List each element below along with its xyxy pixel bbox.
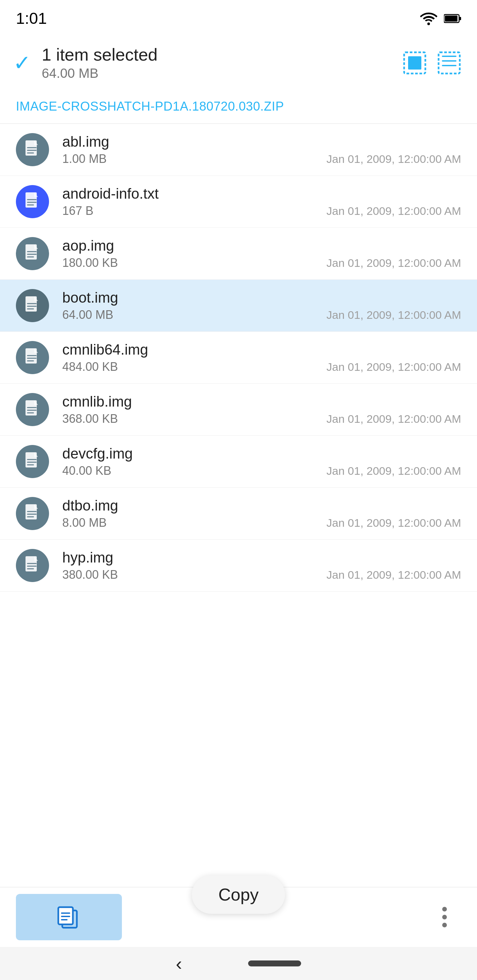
file-size: 180.00 KB [62, 256, 118, 270]
selection-bar: ✓ 1 item selected 64.00 MB [0, 33, 477, 93]
home-pill[interactable] [248, 961, 301, 966]
file-name: android-info.txt [62, 185, 461, 202]
file-date: Jan 01, 2009, 12:00:00 AM [327, 465, 461, 477]
doc-icon [24, 244, 41, 264]
svg-rect-5 [439, 52, 460, 73]
file-size: 8.00 MB [62, 516, 107, 530]
file-list-item[interactable]: dtbo.img 8.00 MB Jan 01, 2009, 12:00:00 … [0, 488, 477, 540]
back-button[interactable]: ‹ [176, 953, 182, 974]
breadcrumb-bar: IMAGE-CROSSHATCH-PD1A.180720.030.ZIP [0, 93, 477, 124]
file-meta: 368.00 KB Jan 01, 2009, 12:00:00 AM [62, 412, 461, 426]
file-list: abl.img 1.00 MB Jan 01, 2009, 12:00:00 A… [0, 124, 477, 592]
doc-icon [24, 140, 41, 159]
doc-icon [24, 555, 41, 576]
file-info: aop.img 180.00 KB Jan 01, 2009, 12:00:00… [62, 237, 461, 270]
file-info: android-info.txt 167 B Jan 01, 2009, 12:… [62, 185, 461, 218]
file-name: dtbo.img [62, 497, 461, 514]
copy-icon [56, 904, 82, 930]
check-icon: ✓ [13, 51, 31, 75]
file-name: boot.img [62, 290, 461, 306]
file-list-item[interactable]: cmnlib64.img 484.00 KB Jan 01, 2009, 12:… [0, 332, 477, 384]
doc-icon [24, 504, 41, 523]
selection-left: ✓ 1 item selected 64.00 MB [13, 45, 158, 81]
file-meta: 64.00 MB Jan 01, 2009, 12:00:00 AM [62, 308, 461, 322]
wifi-icon [420, 12, 437, 25]
file-list-item[interactable]: devcfg.img 40.00 KB Jan 01, 2009, 12:00:… [0, 436, 477, 488]
select-all-icon[interactable] [403, 51, 427, 75]
selection-subtitle: 64.00 MB [42, 66, 158, 81]
select-partial-icon[interactable] [437, 51, 461, 75]
file-meta: 484.00 KB Jan 01, 2009, 12:00:00 AM [62, 360, 461, 374]
file-name: cmnlib64.img [62, 341, 461, 358]
file-meta: 40.00 KB Jan 01, 2009, 12:00:00 AM [62, 464, 461, 478]
doc-icon [24, 296, 41, 315]
file-date: Jan 01, 2009, 12:00:00 AM [327, 256, 461, 269]
status-time: 1:01 [16, 9, 47, 27]
file-size: 484.00 KB [62, 360, 118, 374]
breadcrumb-text[interactable]: IMAGE-CROSSHATCH-PD1A.180720.030.ZIP [16, 99, 284, 113]
file-list-item[interactable]: aop.img 180.00 KB Jan 01, 2009, 12:00:00… [0, 228, 477, 280]
file-name: abl.img [62, 134, 461, 150]
file-date: Jan 01, 2009, 12:00:00 AM [327, 361, 461, 374]
file-size: 1.00 MB [62, 152, 107, 166]
file-info: boot.img 64.00 MB Jan 01, 2009, 12:00:00… [62, 290, 461, 322]
file-list-item[interactable]: android-info.txt 167 B Jan 01, 2009, 12:… [0, 176, 477, 228]
svg-rect-1 [445, 16, 458, 22]
file-size: 167 B [62, 204, 93, 218]
doc-icon [24, 348, 41, 368]
file-name: cmnlib.img [62, 393, 461, 410]
svg-rect-6 [442, 56, 456, 57]
file-list-item[interactable]: cmnlib.img 368.00 KB Jan 01, 2009, 12:00… [0, 384, 477, 436]
file-date: Jan 01, 2009, 12:00:00 AM [327, 153, 461, 165]
dot-1 [442, 907, 447, 912]
file-icon [16, 185, 49, 218]
file-icon [16, 497, 49, 530]
file-size: 40.00 KB [62, 464, 111, 478]
three-dots-icon [442, 907, 447, 928]
file-info: abl.img 1.00 MB Jan 01, 2009, 12:00:00 A… [62, 134, 461, 166]
doc-icon [24, 452, 41, 471]
file-icon [16, 393, 49, 426]
file-list-item[interactable]: hyp.img 380.00 KB Jan 01, 2009, 12:00:00… [0, 540, 477, 592]
svg-rect-2 [459, 17, 461, 20]
svg-rect-4 [408, 56, 421, 70]
copy-button[interactable] [16, 894, 122, 940]
file-info: dtbo.img 8.00 MB Jan 01, 2009, 12:00:00 … [62, 497, 461, 530]
battery-icon [444, 14, 461, 24]
file-date: Jan 01, 2009, 12:00:00 AM [327, 309, 461, 321]
doc-icon [24, 399, 41, 420]
file-info: hyp.img 380.00 KB Jan 01, 2009, 12:00:00… [62, 549, 461, 582]
file-info: cmnlib64.img 484.00 KB Jan 01, 2009, 12:… [62, 341, 461, 374]
more-options-button[interactable] [428, 900, 461, 934]
file-meta: 8.00 MB Jan 01, 2009, 12:00:00 AM [62, 516, 461, 530]
file-size: 368.00 KB [62, 412, 118, 426]
file-icon [16, 237, 49, 270]
file-info: devcfg.img 40.00 KB Jan 01, 2009, 12:00:… [62, 445, 461, 478]
selection-text-block: 1 item selected 64.00 MB [42, 45, 158, 81]
status-bar: 1:01 [0, 0, 477, 33]
file-meta: 1.00 MB Jan 01, 2009, 12:00:00 AM [62, 152, 461, 166]
file-date: Jan 01, 2009, 12:00:00 AM [327, 205, 461, 218]
file-list-item[interactable]: abl.img 1.00 MB Jan 01, 2009, 12:00:00 A… [0, 124, 477, 176]
selection-title: 1 item selected [42, 45, 158, 65]
file-info: cmnlib.img 368.00 KB Jan 01, 2009, 12:00… [62, 393, 461, 426]
nav-bar: ‹ [0, 947, 477, 980]
file-icon [16, 289, 49, 322]
file-meta: 167 B Jan 01, 2009, 12:00:00 AM [62, 204, 461, 218]
svg-rect-7 [442, 60, 456, 62]
file-name: hyp.img [62, 549, 461, 566]
copy-popup-label: Copy [218, 885, 258, 904]
svg-rect-8 [442, 65, 456, 66]
dot-3 [442, 923, 447, 928]
file-list-item[interactable]: boot.img 64.00 MB Jan 01, 2009, 12:00:00… [0, 280, 477, 332]
file-size: 64.00 MB [62, 308, 113, 322]
file-date: Jan 01, 2009, 12:00:00 AM [327, 517, 461, 530]
file-icon [16, 341, 49, 374]
file-meta: 380.00 KB Jan 01, 2009, 12:00:00 AM [62, 568, 461, 582]
file-date: Jan 01, 2009, 12:00:00 AM [327, 412, 461, 425]
file-icon [16, 133, 49, 166]
file-name: devcfg.img [62, 445, 461, 462]
doc-icon [24, 192, 41, 212]
file-date: Jan 01, 2009, 12:00:00 AM [327, 568, 461, 581]
copy-popup[interactable]: Copy [192, 875, 285, 914]
